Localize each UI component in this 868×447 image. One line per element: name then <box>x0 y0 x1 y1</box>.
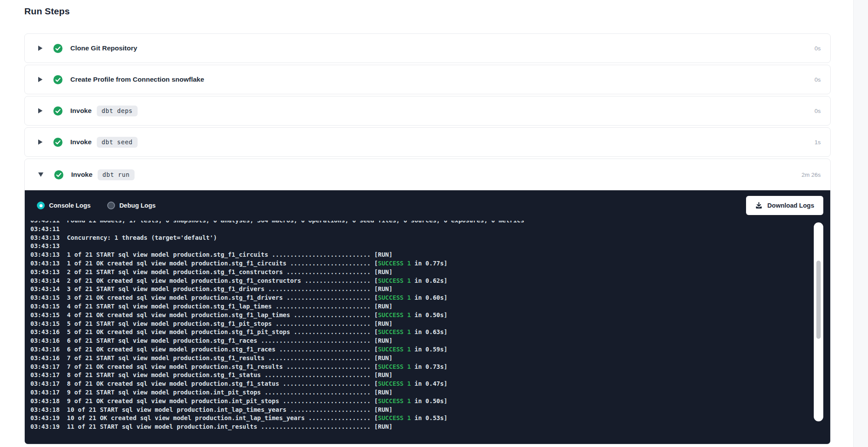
log-line: 03:43:19 10 of 21 OK created sql view mo… <box>30 414 830 423</box>
log-line: 03:43:13 1 of 21 OK created sql view mod… <box>30 259 830 268</box>
log-line: 03:43:18 9 of 21 OK created sql view mod… <box>30 397 830 406</box>
expand-caret-icon[interactable] <box>38 172 43 177</box>
step-duration: 0s <box>815 45 821 52</box>
log-line: 03:43:17 7 of 21 OK created sql view mod… <box>30 363 830 371</box>
run-step-card: Invoke dbt deps 0s <box>24 96 831 126</box>
log-line: 03:43:11 <box>30 225 830 234</box>
download-logs-button[interactable]: Download Logs <box>746 196 823 215</box>
run-step-header[interactable]: Invoke dbt run 2m 26s <box>25 159 830 190</box>
expand-caret-icon[interactable] <box>38 139 43 145</box>
run-step-header[interactable]: Invoke dbt seed 1s <box>25 128 830 156</box>
success-check-icon <box>53 75 62 84</box>
run-steps-page: Run Steps Clone Git Repository 0s Create… <box>24 0 831 446</box>
radio-unselected-icon[interactable] <box>107 202 115 209</box>
log-line: 03:43:15 5 of 21 START sql view model pr… <box>30 320 830 328</box>
log-line: 03:43:14 3 of 21 START sql view model pr… <box>30 285 830 294</box>
log-line: 03:43:19 11 of 21 START sql view model p… <box>30 423 830 431</box>
log-scrollbar-track[interactable] <box>814 222 823 421</box>
console-logs-radio[interactable]: Console Logs <box>37 202 91 209</box>
log-line: 03:43:13 2 of 21 START sql view model pr… <box>30 268 830 277</box>
success-check-icon <box>53 44 62 53</box>
log-line: 03:43:13 1 of 21 START sql view model pr… <box>30 251 830 259</box>
console-logs-label: Console Logs <box>49 202 91 209</box>
step-label: Invoke <box>71 171 92 179</box>
step-label: Clone Git Repository <box>70 44 137 52</box>
log-line: 03:43:16 6 of 21 START sql view model pr… <box>30 337 830 345</box>
run-step-card: Clone Git Repository 0s <box>24 33 831 63</box>
step-duration: 2m 26s <box>802 172 821 178</box>
page-right-gutter <box>853 0 868 447</box>
console-log-toolbar: Console Logs Debug Logs Download Logs <box>25 190 830 221</box>
log-line: 03:43:17 8 of 21 OK created sql view mod… <box>30 380 830 388</box>
debug-logs-radio[interactable]: Debug Logs <box>107 202 156 209</box>
step-label: Invoke <box>70 107 92 115</box>
log-line: 03:43:15 4 of 21 START sql view model pr… <box>30 302 830 311</box>
console-log-output[interactable]: 03:43:11 Found 21 models, 17 tests, 0 sn… <box>25 221 830 444</box>
run-steps-list: Clone Git Repository 0s Create Profile f… <box>24 33 831 444</box>
log-line: 03:43:16 5 of 21 OK created sql view mod… <box>30 328 830 337</box>
expand-caret-icon[interactable] <box>38 46 43 51</box>
log-line: 03:43:16 7 of 21 START sql view model pr… <box>30 354 830 363</box>
log-line: 03:43:15 3 of 21 OK created sql view mod… <box>30 294 830 302</box>
step-command-badge: dbt run <box>98 169 135 180</box>
log-line: 03:43:18 10 of 21 START sql view model p… <box>30 406 830 414</box>
run-step-header[interactable]: Clone Git Repository 0s <box>25 34 830 63</box>
step-command-badge: dbt seed <box>97 137 137 148</box>
console-log-panel: Console Logs Debug Logs Download Logs 03… <box>25 190 830 444</box>
step-label: Create Profile from Connection snowflake <box>70 76 204 83</box>
step-duration: 1s <box>815 139 821 146</box>
step-command-badge: dbt deps <box>97 106 137 116</box>
log-line: 03:43:17 8 of 21 START sql view model pr… <box>30 371 830 380</box>
run-step-card: Create Profile from Connection snowflake… <box>24 65 831 94</box>
log-line: 03:43:11 Found 21 models, 17 tests, 0 sn… <box>30 221 830 225</box>
success-check-icon <box>53 106 62 116</box>
step-label: Invoke <box>70 138 92 146</box>
log-line: 03:43:17 9 of 21 START sql view model pr… <box>30 388 830 397</box>
download-logs-label: Download Logs <box>767 202 814 209</box>
success-check-icon <box>54 170 63 179</box>
run-step-card: Invoke dbt run 2m 26s Console Logs Debug… <box>24 159 831 444</box>
run-step-card: Invoke dbt seed 1s <box>24 127 831 157</box>
run-step-header[interactable]: Create Profile from Connection snowflake… <box>25 65 830 94</box>
log-line: 03:43:14 2 of 21 OK created sql view mod… <box>30 277 830 285</box>
expand-caret-icon[interactable] <box>38 108 43 113</box>
radio-selected-icon[interactable] <box>37 202 45 209</box>
success-check-icon <box>53 138 62 147</box>
log-line: 03:43:16 6 of 21 OK created sql view mod… <box>30 345 830 354</box>
log-line: 03:43:13 Concurrency: 1 threads (target=… <box>30 234 830 242</box>
log-scrollbar-thumb[interactable] <box>816 261 821 339</box>
expand-caret-icon[interactable] <box>38 77 43 82</box>
download-icon <box>755 202 763 209</box>
debug-logs-label: Debug Logs <box>119 202 156 209</box>
page-title: Run Steps <box>24 6 831 17</box>
run-step-header[interactable]: Invoke dbt deps 0s <box>25 96 830 125</box>
log-line: 03:43:15 4 of 21 OK created sql view mod… <box>30 311 830 320</box>
log-line: 03:43:13 <box>30 242 830 251</box>
step-duration: 0s <box>815 108 821 114</box>
step-duration: 0s <box>815 76 821 83</box>
